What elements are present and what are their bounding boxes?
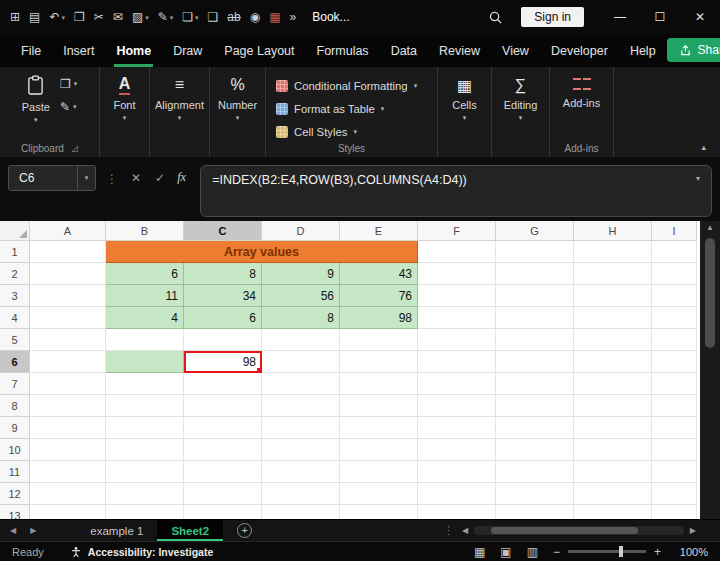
paste-button[interactable]: Paste ▾ xyxy=(22,75,50,124)
tab-review[interactable]: Review xyxy=(428,34,491,67)
row-header-3[interactable]: 3 xyxy=(0,285,30,307)
cell-E13[interactable] xyxy=(340,505,418,519)
horizontal-scroll-track[interactable] xyxy=(474,526,684,535)
cell-I12[interactable] xyxy=(652,483,697,505)
horizontal-scroll-thumb[interactable] xyxy=(491,527,638,534)
cell-A13[interactable] xyxy=(30,505,106,519)
cell-B4[interactable]: 4 xyxy=(106,307,184,329)
cell-B7[interactable] xyxy=(106,373,184,395)
cell-G13[interactable] xyxy=(496,505,574,519)
row-header-10[interactable]: 10 xyxy=(0,439,30,461)
sign-in-button[interactable]: Sign in xyxy=(521,7,584,27)
cell-D5[interactable] xyxy=(262,329,340,351)
row-header-11[interactable]: 11 xyxy=(0,461,30,483)
format-painter-button[interactable]: ✎▾ xyxy=(158,11,174,23)
undo-button[interactable]: ↶▾ xyxy=(49,11,65,23)
tab-scroll-divider[interactable]: ⋮ xyxy=(435,524,462,537)
strikethrough-button[interactable]: ab xyxy=(227,11,240,23)
cell-H4[interactable] xyxy=(574,307,652,329)
cell-C12[interactable] xyxy=(184,483,262,505)
cell-C13[interactable] xyxy=(184,505,262,519)
merged-cell-B1:E1[interactable]: Array values xyxy=(106,241,418,263)
cell-G12[interactable] xyxy=(496,483,574,505)
conditional-formatting-button[interactable]: Conditional Formatting▾ xyxy=(276,74,429,97)
cell-F3[interactable] xyxy=(418,285,496,307)
close-button[interactable]: ✕ xyxy=(680,0,720,34)
cell-A11[interactable] xyxy=(30,461,106,483)
horizontal-scrollbar[interactable]: ◀ ▶ xyxy=(462,520,720,541)
cell-G9[interactable] xyxy=(496,417,574,439)
collapse-ribbon-button[interactable]: ▴ xyxy=(701,142,706,152)
cell-I10[interactable] xyxy=(652,439,697,461)
cell-I13[interactable] xyxy=(652,505,697,519)
cell-G3[interactable] xyxy=(496,285,574,307)
cell-styles-button[interactable]: Cell Styles▾ xyxy=(276,120,429,143)
scroll-right-icon[interactable]: ▶ xyxy=(690,526,696,535)
cell-G7[interactable] xyxy=(496,373,574,395)
cell-F10[interactable] xyxy=(418,439,496,461)
cell-F13[interactable] xyxy=(418,505,496,519)
cell-H9[interactable] xyxy=(574,417,652,439)
cell-F2[interactable] xyxy=(418,263,496,285)
cell-A6[interactable] xyxy=(30,351,106,373)
tab-help[interactable]: Help xyxy=(619,34,667,67)
overflow-button[interactable]: » xyxy=(290,11,297,23)
ribbon-group-number[interactable]: %Number▾ xyxy=(210,67,266,157)
cell-D6[interactable] xyxy=(262,351,340,373)
cell-C5[interactable] xyxy=(184,329,262,351)
ribbon-group-alignment[interactable]: ≡Alignment▾ xyxy=(150,67,210,157)
ribbon-group-font[interactable]: AFont▾ xyxy=(100,67,150,157)
formula-input[interactable]: =INDEX(B2:E4,ROW(B3),COLUMNS(A4:D4)) ▾ xyxy=(200,165,712,217)
cell-F1[interactable] xyxy=(418,241,496,263)
cell-A4[interactable] xyxy=(30,307,106,329)
zoom-out-icon[interactable]: − xyxy=(553,545,560,559)
cell-I11[interactable] xyxy=(652,461,697,483)
add-sheet-button[interactable]: + xyxy=(237,523,252,538)
cell-B12[interactable] xyxy=(106,483,184,505)
cell-D4[interactable]: 8 xyxy=(262,307,340,329)
row-header-13[interactable]: 13 xyxy=(0,505,30,519)
row-header-2[interactable]: 2 xyxy=(0,263,30,285)
camera-button[interactable]: ◉ xyxy=(250,11,260,23)
vertical-scrollbar[interactable]: ▲ xyxy=(700,221,720,519)
cell-C9[interactable] xyxy=(184,417,262,439)
accessibility-status[interactable]: Accessibility: Investigate xyxy=(70,546,213,558)
cell-E2[interactable]: 43 xyxy=(340,263,418,285)
cell-A1[interactable] xyxy=(30,241,106,263)
cell-A5[interactable] xyxy=(30,329,106,351)
column-header-F[interactable]: F xyxy=(418,221,496,241)
cell-H3[interactable] xyxy=(574,285,652,307)
column-header-B[interactable]: B xyxy=(106,221,184,241)
minimize-button[interactable]: — xyxy=(600,0,640,34)
save-button[interactable]: ▤ xyxy=(29,11,40,23)
tab-formulas[interactable]: Formulas xyxy=(306,34,380,67)
ribbon-group-cells[interactable]: ▦Cells▾ xyxy=(438,67,492,157)
cell-I4[interactable] xyxy=(652,307,697,329)
cell-B3[interactable]: 11 xyxy=(106,285,184,307)
cell-C7[interactable] xyxy=(184,373,262,395)
cell-E3[interactable]: 76 xyxy=(340,285,418,307)
row-header-7[interactable]: 7 xyxy=(0,373,30,395)
column-header-I[interactable]: I xyxy=(652,221,697,241)
cell-D8[interactable] xyxy=(262,395,340,417)
cell-G1[interactable] xyxy=(496,241,574,263)
cell-G10[interactable] xyxy=(496,439,574,461)
cell-H8[interactable] xyxy=(574,395,652,417)
cell-I7[interactable] xyxy=(652,373,697,395)
column-header-E[interactable]: E xyxy=(340,221,418,241)
tab-insert[interactable]: Insert xyxy=(52,34,105,67)
dialog-launcher-icon[interactable]: ◿ xyxy=(72,144,78,153)
share-button[interactable]: Share xyxy=(667,38,720,62)
cell-E8[interactable] xyxy=(340,395,418,417)
cell-F6[interactable] xyxy=(418,351,496,373)
cell-A9[interactable] xyxy=(30,417,106,439)
tab-page-layout[interactable]: Page Layout xyxy=(213,34,305,67)
cell-D9[interactable] xyxy=(262,417,340,439)
ribbon-group-editing[interactable]: ∑Editing▾ xyxy=(492,67,550,157)
copy-button[interactable]: ❐ xyxy=(74,11,85,23)
paste-button[interactable]: ❏▾ xyxy=(182,11,198,23)
cell-B6[interactable] xyxy=(106,351,184,373)
page-break-view-icon[interactable]: ▥ xyxy=(527,545,538,559)
cell-B13[interactable] xyxy=(106,505,184,519)
active-cell-C6[interactable]: 98 xyxy=(184,351,262,373)
